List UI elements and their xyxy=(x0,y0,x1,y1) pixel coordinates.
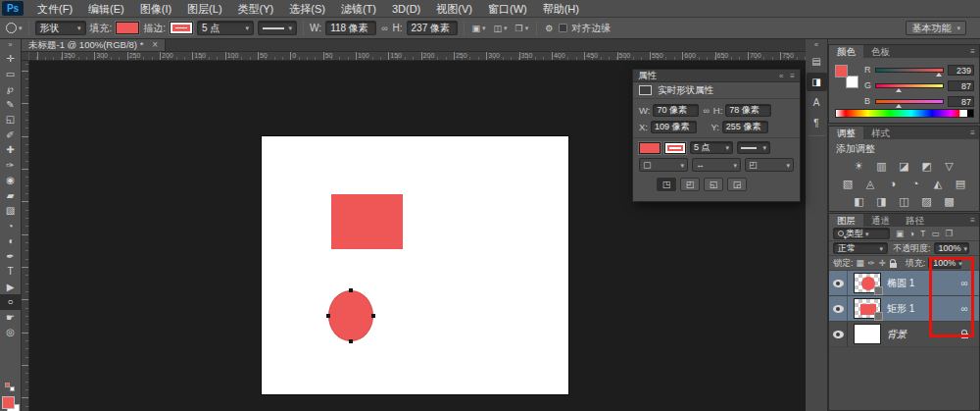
black-white-icon[interactable]: ◑ xyxy=(887,178,900,190)
tab-adjustments[interactable]: 调整 xyxy=(829,127,863,139)
lock-position-icon[interactable]: ✛ xyxy=(879,258,886,268)
ellipse-shape[interactable] xyxy=(328,290,373,341)
exposure-icon[interactable]: ◩ xyxy=(920,160,933,173)
dodge-tool[interactable]: ◖ xyxy=(0,233,21,249)
document-tab[interactable]: 未标题-1 @ 100%(RGB/8) * × xyxy=(22,39,166,51)
fill-color-swatch[interactable] xyxy=(639,142,661,154)
color-balance-icon[interactable]: ◬ xyxy=(864,178,877,190)
shape-w-input[interactable]: 70 像素 xyxy=(653,104,699,117)
lock-transparent-pixels-icon[interactable]: ▦ xyxy=(857,258,864,268)
foreground-color-swatch[interactable] xyxy=(2,396,15,409)
layer-filter-select[interactable]: 类型 ▾ xyxy=(833,228,890,239)
document-canvas[interactable] xyxy=(262,136,568,394)
brightness-contrast-icon[interactable]: ☀ xyxy=(853,160,865,173)
zoom-tool[interactable]: ◎ xyxy=(0,325,21,340)
red-slider[interactable] xyxy=(875,68,944,73)
menu-item[interactable]: 视图(V) xyxy=(428,0,480,18)
selective-color-icon[interactable]: ▩ xyxy=(943,195,956,208)
corner-radius-combo-icon[interactable]: ▢ ▾ xyxy=(639,158,688,172)
menu-item[interactable]: 窗口(W) xyxy=(480,0,535,18)
ruler-origin-corner[interactable] xyxy=(22,52,29,61)
curves-icon[interactable]: ◪ xyxy=(898,160,910,173)
color-lookup-icon[interactable]: ▤ xyxy=(955,178,967,190)
quick-selection-tool[interactable]: ✎ xyxy=(0,97,21,113)
horizontal-ruler[interactable]: 3503002502001501005005010015020025030035… xyxy=(29,52,806,61)
move-tool[interactable]: ✛ xyxy=(0,51,21,67)
anchor-point-top[interactable] xyxy=(349,288,353,292)
tool-preset-button[interactable]: ▾ xyxy=(6,23,23,33)
history-panel-icon[interactable]: ▤ xyxy=(807,52,827,71)
geometry-options-button[interactable]: ⚙ xyxy=(543,24,555,33)
character-panel-icon[interactable]: A xyxy=(807,93,827,112)
tool-mode-select[interactable]: 形状 ▾ xyxy=(35,21,86,35)
align-edges-checkbox[interactable] xyxy=(559,24,567,32)
marquee-tool[interactable]: ▭ xyxy=(0,67,21,82)
hand-tool[interactable]: ☛ xyxy=(0,310,21,326)
collapse-panel-icon[interactable]: « xyxy=(779,72,783,80)
stroke-style-select[interactable]: ▾ xyxy=(737,141,770,154)
panel-menu-icon[interactable]: ≡ xyxy=(970,45,979,58)
properties-tab[interactable]: 属性 xyxy=(638,70,657,82)
stroke-width-input[interactable]: 5 点 ▾ xyxy=(197,21,254,35)
blend-mode-select[interactable]: 正常 ▾ xyxy=(833,242,888,254)
vibrance-icon[interactable]: ▽ xyxy=(943,160,956,173)
properties-panel-icon[interactable]: ◨ xyxy=(807,73,827,91)
panel-menu-icon[interactable]: ≡ xyxy=(970,127,979,139)
anchor-point-right[interactable] xyxy=(371,314,375,318)
layer-thumbnail[interactable] xyxy=(854,324,881,344)
photo-filter-icon[interactable]: ◔ xyxy=(909,178,922,190)
blue-value-input[interactable]: 87 xyxy=(948,96,974,107)
fill-color-swatch[interactable] xyxy=(116,22,139,34)
path-arrange-button[interactable]: ❐▾ xyxy=(514,24,531,33)
green-slider[interactable] xyxy=(875,83,944,88)
link-dimensions-icon[interactable]: ∞ xyxy=(380,24,388,33)
gradient-map-icon[interactable]: ▨ xyxy=(920,195,933,208)
menu-item[interactable]: 图像(I) xyxy=(132,0,179,18)
stroke-width-input[interactable]: 5 点 ▾ xyxy=(690,141,733,154)
blue-slider[interactable] xyxy=(875,99,944,104)
filter-smart-objects-icon[interactable]: ❐ xyxy=(944,229,954,238)
menu-item[interactable]: 选择(S) xyxy=(281,0,333,18)
stroke-color-swatch[interactable] xyxy=(170,22,193,34)
slider-thumb[interactable] xyxy=(896,104,902,108)
menu-item[interactable]: 帮助(H) xyxy=(535,0,587,18)
workspace-switcher[interactable]: 基本功能 ▾ xyxy=(906,21,966,35)
path-operations-button[interactable]: ▣▾ xyxy=(470,24,488,33)
foreground-color-swatch[interactable] xyxy=(835,65,848,77)
opacity-input[interactable]: 100% ▾ xyxy=(934,242,969,254)
lasso-tool[interactable]: ℘ xyxy=(0,81,21,97)
tab-layers[interactable]: 图层 xyxy=(829,214,863,227)
menu-item[interactable]: 类型(Y) xyxy=(230,0,282,18)
filter-type-layers-icon[interactable]: T xyxy=(919,229,926,238)
path-selection-tool[interactable]: ▶ xyxy=(0,280,21,295)
anchor-point-left[interactable] xyxy=(326,314,330,318)
eyedropper-tool[interactable]: ✐ xyxy=(0,128,21,143)
expand-panels-button[interactable]: « xyxy=(806,39,827,50)
swap-colors-icon[interactable] xyxy=(5,383,10,387)
rectangle-shape[interactable] xyxy=(331,194,403,249)
default-colors-icon[interactable] xyxy=(10,386,15,391)
tab-styles[interactable]: 样式 xyxy=(863,127,898,139)
merge-shapes-icon[interactable]: ◳ xyxy=(657,178,676,191)
align-combo-icon[interactable]: ↔ ▾ xyxy=(692,158,741,172)
clone-stamp-tool[interactable]: ◉ xyxy=(0,173,21,188)
vertical-ruler[interactable] xyxy=(22,61,29,411)
shape-width-input[interactable]: 118 像素 xyxy=(325,21,376,35)
ellipse-tool[interactable]: ○ xyxy=(0,294,21,310)
filter-shape-layers-icon[interactable]: ▭ xyxy=(930,229,940,238)
tab-paths[interactable]: 路径 xyxy=(898,214,932,227)
path-alignment-button[interactable]: ◫▾ xyxy=(492,24,510,33)
link-dimensions-icon[interactable]: ∞ xyxy=(702,106,710,116)
pen-tool[interactable]: ✒ xyxy=(0,249,21,265)
arrange-combo-icon[interactable]: ◰ ▾ xyxy=(745,158,794,172)
menu-item[interactable]: 3D(D) xyxy=(384,0,428,18)
posterize-icon[interactable]: ◨ xyxy=(875,195,888,208)
tab-color[interactable]: 颜色 xyxy=(829,45,863,58)
gradient-tool[interactable]: ▨ xyxy=(0,203,21,219)
tab-channels[interactable]: 通道 xyxy=(863,214,898,227)
shape-height-input[interactable]: 237 像素 xyxy=(407,21,458,35)
filter-adjustment-layers-icon[interactable]: ◑ xyxy=(908,229,915,238)
menu-item[interactable]: 编辑(E) xyxy=(80,0,132,18)
menu-item[interactable]: 图层(L) xyxy=(179,0,229,18)
healing-brush-tool[interactable]: ✚ xyxy=(0,142,21,158)
